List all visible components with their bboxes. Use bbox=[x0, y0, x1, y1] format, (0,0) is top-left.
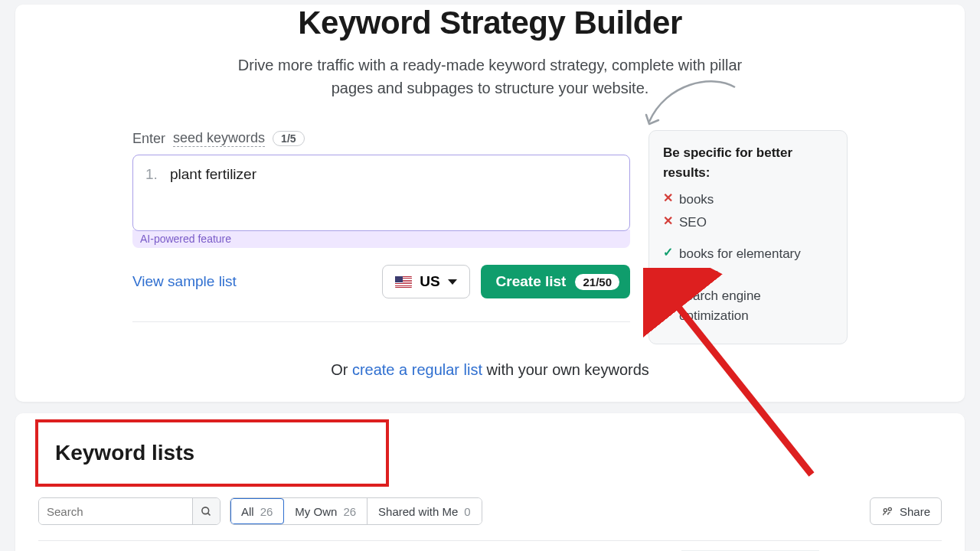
svg-line-1 bbox=[207, 513, 210, 515]
filter-label: Shared with Me bbox=[378, 505, 458, 518]
tip-text: books for elementary grades bbox=[679, 244, 833, 283]
filter-count: 26 bbox=[343, 505, 356, 518]
tip-text: search engine optimization bbox=[679, 286, 833, 325]
svg-point-0 bbox=[202, 507, 209, 514]
ai-feature-caption: AI-powered feature bbox=[132, 230, 630, 248]
seed-item-number: 1. bbox=[145, 166, 159, 183]
seed-textarea[interactable]: 1. plant fertilizer bbox=[132, 155, 630, 231]
tip-bad: ✕ books bbox=[663, 190, 833, 210]
keyword-lists-heading: Keyword lists bbox=[55, 441, 194, 465]
create-list-label: Create list bbox=[496, 273, 567, 290]
page-subtitle: Drive more traffic with a ready-made key… bbox=[237, 54, 743, 99]
filter-count: 26 bbox=[260, 505, 273, 518]
seed-count-pill: 1/5 bbox=[273, 131, 304, 146]
share-label: Share bbox=[900, 505, 930, 518]
search-icon bbox=[201, 506, 212, 517]
x-icon: ✕ bbox=[663, 213, 673, 230]
share-button[interactable]: Share bbox=[870, 497, 942, 525]
x-icon: ✕ bbox=[663, 190, 673, 207]
list-table-header: List type List Last Update Actions bbox=[38, 540, 942, 551]
create-quota-badge: 21/50 bbox=[575, 274, 619, 290]
filter-label: All bbox=[241, 505, 254, 518]
filter-count: 0 bbox=[464, 505, 470, 518]
us-flag-icon bbox=[395, 276, 412, 288]
tip-text: books bbox=[679, 190, 714, 210]
seed-label-underlined: seed keywords bbox=[173, 130, 265, 147]
seed-input-area: Enter seed keywords 1/5 1. plant fertili… bbox=[132, 130, 630, 322]
country-select[interactable]: US bbox=[382, 265, 469, 298]
builder-card: Keyword Strategy Builder Drive more traf… bbox=[15, 5, 965, 402]
or-suffix: with your own keywords bbox=[482, 361, 649, 378]
check-icon: ✓ bbox=[663, 244, 673, 261]
seed-label: Enter seed keywords 1/5 bbox=[132, 130, 630, 147]
tips-heading: Be specific for better results: bbox=[663, 143, 833, 182]
list-search bbox=[38, 497, 220, 525]
or-prefix: Or bbox=[331, 361, 352, 378]
tip-good: ✓ search engine optimization bbox=[663, 286, 833, 325]
filter-tab-all[interactable]: All 26 bbox=[230, 498, 284, 524]
seed-label-prefix: Enter bbox=[132, 131, 165, 147]
tips-panel: Be specific for better results: ✕ books … bbox=[648, 130, 848, 344]
or-line: Or create a regular list with your own k… bbox=[31, 361, 949, 379]
seed-item: 1. plant fertilizer bbox=[145, 166, 617, 183]
filter-tab-myown[interactable]: My Own 26 bbox=[284, 498, 368, 524]
page-title: Keyword Strategy Builder bbox=[31, 5, 949, 41]
view-sample-link[interactable]: View sample list bbox=[132, 273, 237, 290]
share-icon bbox=[881, 505, 893, 517]
keyword-lists-card: Keyword lists All 26 My Own 26 Sha bbox=[15, 413, 965, 551]
chevron-down-icon bbox=[448, 279, 457, 285]
check-icon: ✓ bbox=[663, 286, 673, 303]
search-input[interactable] bbox=[39, 498, 192, 524]
divider bbox=[132, 321, 630, 322]
create-regular-list-link[interactable]: create a regular list bbox=[352, 361, 482, 378]
filter-label: My Own bbox=[295, 505, 337, 518]
tip-bad: ✕ SEO bbox=[663, 213, 833, 233]
keyword-lists-heading-highlight: Keyword lists bbox=[35, 419, 389, 487]
svg-point-2 bbox=[884, 509, 887, 512]
seed-item-value: plant fertilizer bbox=[170, 166, 256, 183]
list-filter-tabs: All 26 My Own 26 Shared with Me 0 bbox=[230, 497, 482, 525]
create-list-button[interactable]: Create list 21/50 bbox=[481, 265, 630, 298]
tip-good: ✓ books for elementary grades bbox=[663, 244, 833, 283]
svg-point-3 bbox=[888, 507, 891, 510]
filter-tab-shared[interactable]: Shared with Me 0 bbox=[368, 498, 482, 524]
country-code: US bbox=[420, 273, 439, 290]
tip-text: SEO bbox=[679, 213, 707, 233]
search-button[interactable] bbox=[192, 498, 220, 524]
